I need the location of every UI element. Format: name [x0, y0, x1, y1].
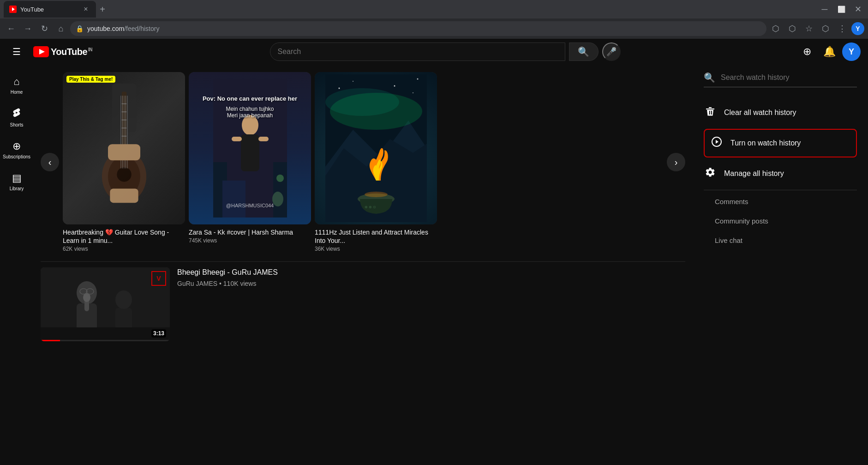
- video-thumbnail-1[interactable]: V 3:13: [41, 267, 170, 341]
- browser-chrome: YouTube × + ─ ⬜ ✕ ← → ↻ ⌂ 🔒 youtube.com/…: [0, 0, 868, 39]
- short-card-3[interactable]: ⊕ ⊗ ⊙ 1111Hz: [315, 72, 437, 252]
- youtube-app: ☰ YouTubeIN 🔍 🎤 ⊕: [0, 39, 868, 465]
- youtube-favicon-icon: [9, 6, 17, 13]
- manage-all-history-label: Manage all history: [724, 169, 784, 178]
- hamburger-icon: ☰: [12, 46, 21, 57]
- search-button[interactable]: 🔍: [569, 42, 599, 61]
- browser-profile-avatar[interactable]: Y: [851, 22, 864, 35]
- comments-button[interactable]: Comments: [704, 192, 857, 211]
- shorts-icon: [12, 108, 22, 121]
- main-feed: ‹: [33, 65, 693, 465]
- short-badge-1: Play This & Tag me!: [66, 76, 115, 83]
- video-thumb-inner-1: [41, 267, 170, 341]
- shorts-section: ‹: [41, 72, 685, 252]
- sidebar-item-subscriptions-label: Subscriptions: [3, 154, 30, 159]
- sidebar-item-subscriptions[interactable]: ⊕ Subscriptions: [2, 135, 31, 165]
- youtube-menu-button[interactable]: ☰: [7, 42, 26, 61]
- sidebar-item-library-label: Library: [10, 186, 24, 191]
- search-history-bar[interactable]: 🔍: [704, 72, 857, 87]
- svg-rect-54: [41, 327, 170, 341]
- svg-point-30: [276, 175, 284, 182]
- svg-point-35: [325, 88, 399, 116]
- new-tab-button[interactable]: +: [96, 3, 109, 16]
- short-views-2: 745K views: [189, 237, 311, 244]
- search-container: 🔍 🎤: [100, 42, 790, 61]
- refresh-button[interactable]: ↻: [37, 21, 52, 36]
- video-duration-1: 3:13: [151, 329, 166, 338]
- browser-titlebar: YouTube × + ─ ⬜ ✕: [0, 0, 868, 18]
- sidebar-item-home-label: Home: [11, 90, 23, 95]
- community-posts-button[interactable]: Community posts: [704, 211, 857, 231]
- share-button[interactable]: ⬡: [785, 21, 800, 36]
- back-button[interactable]: ←: [4, 21, 18, 36]
- window-maximize-button[interactable]: ⬜: [835, 3, 848, 16]
- sidebar: ⌂ Home Shorts ⊕ Subscriptions ▤ Library: [0, 65, 33, 465]
- user-avatar[interactable]: Y: [842, 42, 861, 61]
- bookmark-button[interactable]: ☆: [802, 21, 816, 36]
- screen-capture-button[interactable]: ⬡: [768, 21, 783, 36]
- guitar-illustration: [83, 84, 166, 213]
- video-progress-1: [41, 340, 170, 341]
- window-close-button[interactable]: ✕: [851, 3, 864, 16]
- video-channel-1: GuRu JAMES • 110K views: [177, 280, 685, 287]
- insta-watermark: @HARSHMUSIC044: [226, 203, 274, 208]
- svg-point-40: [417, 79, 418, 80]
- short-card-2[interactable]: Pov: No one can ever replace her Mein ch…: [189, 72, 311, 252]
- youtube-logo[interactable]: YouTubeIN: [33, 46, 92, 57]
- microphone-icon: 🎤: [606, 47, 617, 57]
- search-history-icon: 🔍: [704, 72, 715, 83]
- address-bar[interactable]: 🔒 youtube.com/feed/history: [70, 21, 766, 36]
- browser-toolbar: ← → ↻ ⌂ 🔒 youtube.com/feed/history ⬡ ⬡ ☆…: [0, 18, 868, 39]
- short-views-1: 62K views: [63, 246, 185, 252]
- sidebar-item-library[interactable]: ▤ Library: [2, 167, 31, 197]
- search-history-input[interactable]: [721, 73, 857, 82]
- short-info-1: Heartbreaking 💔 Guitar Love Song - Learn…: [63, 228, 185, 252]
- carousel-prev-button[interactable]: ‹: [41, 153, 59, 171]
- home-icon: ⌂: [13, 76, 19, 88]
- channel-badge: V: [151, 271, 166, 286]
- comments-label: Comments: [715, 198, 748, 205]
- extensions-button[interactable]: ⬡: [818, 21, 833, 36]
- notifications-button[interactable]: 🔔: [820, 42, 838, 61]
- live-chat-button[interactable]: Live chat: [704, 231, 857, 250]
- svg-rect-20: [110, 189, 138, 203]
- svg-point-52: [115, 290, 132, 309]
- sidebar-item-home[interactable]: ⌂ Home: [2, 70, 31, 100]
- turn-on-watch-history-label: Turn on watch history: [730, 139, 801, 147]
- bw-video-illustration: [41, 267, 170, 341]
- home-button[interactable]: ⌂: [54, 21, 68, 36]
- song-line1: Pov: No one can ever replace her: [192, 95, 307, 102]
- window-minimize-button[interactable]: ─: [818, 3, 831, 16]
- youtube-logo-text: YouTubeIN: [51, 47, 92, 57]
- svg-point-13: [117, 167, 132, 182]
- browser-tab[interactable]: YouTube ×: [4, 1, 96, 18]
- browser-menu-button[interactable]: ⋮: [835, 21, 850, 36]
- gear-icon: [704, 167, 717, 181]
- svg-point-37: [353, 81, 353, 82]
- short-card-1[interactable]: Play This & Tag me! Heartbreaking 💔 Guit…: [63, 72, 185, 252]
- turn-on-watch-history-button[interactable]: Turn on watch history: [704, 129, 857, 157]
- flame-illustration: ⊕ ⊗ ⊙: [325, 74, 427, 222]
- video-row-1: V 3:13 Bheegi Bheegi - GuRu JAMES GuRu J…: [41, 261, 685, 347]
- live-chat-label: Live chat: [715, 236, 742, 244]
- voice-search-button[interactable]: 🎤: [602, 42, 621, 61]
- shorts-cards: Play This & Tag me! Heartbreaking 💔 Guit…: [63, 72, 663, 252]
- svg-rect-19: [108, 144, 140, 160]
- search-bar[interactable]: [270, 42, 565, 61]
- forward-button[interactable]: →: [20, 21, 35, 36]
- svg-point-36: [338, 88, 340, 89]
- short-info-2: Zara Sa - Kk #cover | Harsh Sharma 745K …: [189, 228, 311, 244]
- search-input[interactable]: [270, 48, 565, 56]
- short-thumbnail-1: Play This & Tag me!: [63, 72, 185, 224]
- carousel-next-button[interactable]: ›: [667, 153, 685, 171]
- short-title-2: Zara Sa - Kk #cover | Harsh Sharma: [189, 228, 311, 236]
- sidebar-item-shorts[interactable]: Shorts: [2, 102, 31, 133]
- clear-watch-history-button[interactable]: Clear all watch history: [704, 98, 857, 127]
- manage-all-history-button[interactable]: Manage all history: [704, 159, 857, 188]
- short-views-3: 36K views: [315, 246, 437, 252]
- svg-rect-24: [222, 181, 245, 217]
- tab-close-button[interactable]: ×: [81, 5, 90, 14]
- svg-point-43: [365, 192, 388, 197]
- svg-marker-56: [716, 140, 718, 144]
- create-button[interactable]: ⊕: [798, 42, 816, 61]
